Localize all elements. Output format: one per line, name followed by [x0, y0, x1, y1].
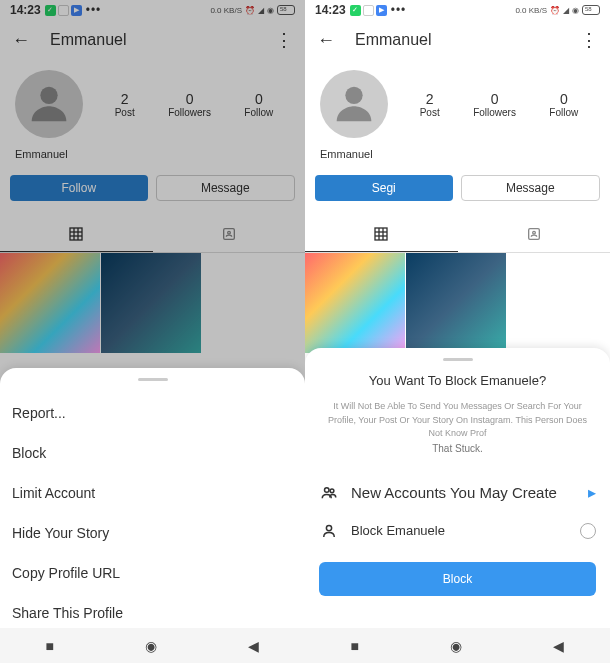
- person-icon: [319, 522, 339, 540]
- notification-dots: •••: [391, 3, 407, 17]
- alarm-icon: ⏰: [245, 6, 255, 15]
- header: ← Emmanuel ⋮: [305, 20, 610, 60]
- post-thumb[interactable]: [101, 253, 201, 353]
- status-bar: 14:23 ✓ M ▶ ••• 0.0 KB/S ⏰ ◢ ◉: [305, 0, 610, 20]
- wifi-icon: ◉: [267, 6, 274, 15]
- svg-point-7: [227, 231, 230, 234]
- gmail-icon: M: [58, 5, 69, 16]
- whatsapp-icon: ✓: [350, 5, 361, 16]
- nav-bar: ■ ◉ ◀: [305, 628, 610, 663]
- svg-point-17: [330, 488, 334, 492]
- menu-dots-icon[interactable]: ⋮: [275, 29, 293, 51]
- nav-home-icon[interactable]: ◉: [145, 638, 157, 654]
- menu-report[interactable]: Report...: [12, 393, 293, 433]
- stat-posts[interactable]: 2 Post: [420, 91, 440, 118]
- whatsapp-icon: ✓: [45, 5, 56, 16]
- svg-point-18: [326, 525, 331, 530]
- svg-point-15: [532, 231, 535, 234]
- chevron-right-icon: ▸: [588, 483, 596, 502]
- block-option-new-accounts[interactable]: New Accounts You May Create ▸: [319, 474, 596, 512]
- block-title: You Want To Block Emanuele?: [319, 373, 596, 388]
- tab-tagged[interactable]: [458, 216, 611, 252]
- block-description: It Will Not Be Able To Send You Messages…: [319, 400, 596, 456]
- header: ← Emmanuel ⋮: [0, 20, 305, 60]
- sheet-handle[interactable]: [138, 378, 168, 381]
- nav-back-icon[interactable]: ◀: [248, 638, 259, 654]
- tab-grid[interactable]: [305, 216, 458, 252]
- block-option-block-user[interactable]: Block Emanuele: [319, 512, 596, 550]
- username: Emmanuel: [0, 148, 305, 160]
- status-time: 14:23: [10, 3, 41, 17]
- username: Emmanuel: [305, 148, 610, 160]
- people-icon: [319, 484, 339, 502]
- block-button[interactable]: Block: [319, 562, 596, 596]
- menu-dots-icon[interactable]: ⋮: [580, 29, 598, 51]
- notification-dots: •••: [86, 3, 102, 17]
- status-time: 14:23: [315, 3, 346, 17]
- data-rate: 0.0 KB/S: [515, 6, 547, 15]
- svg-rect-1: [70, 228, 82, 240]
- back-arrow-icon[interactable]: ←: [317, 30, 335, 51]
- menu-share[interactable]: Share This Profile: [12, 593, 293, 633]
- stat-following[interactable]: 0 Follow: [244, 91, 273, 118]
- data-rate: 0.0 KB/S: [210, 6, 242, 15]
- page-title: Emmanuel: [355, 31, 560, 49]
- radio-button[interactable]: [580, 523, 596, 539]
- tab-tagged[interactable]: [153, 216, 306, 252]
- follow-button[interactable]: Segi: [315, 175, 453, 201]
- wifi-icon: ◉: [572, 6, 579, 15]
- person-tag-icon: [221, 226, 237, 242]
- nav-back-icon[interactable]: ◀: [553, 638, 564, 654]
- nav-recent-icon[interactable]: ■: [46, 638, 54, 654]
- playstore-icon: ▶: [376, 5, 387, 16]
- avatar[interactable]: [320, 70, 388, 138]
- post-thumb[interactable]: [0, 253, 100, 353]
- grid-icon: [373, 226, 389, 242]
- nav-recent-icon[interactable]: ■: [351, 638, 359, 654]
- avatar[interactable]: [15, 70, 83, 138]
- svg-rect-9: [375, 228, 387, 240]
- nav-home-icon[interactable]: ◉: [450, 638, 462, 654]
- signal-icon: ◢: [563, 6, 569, 15]
- signal-icon: ◢: [258, 6, 264, 15]
- menu-limit[interactable]: Limit Account: [12, 473, 293, 513]
- sheet-handle[interactable]: [443, 358, 473, 361]
- nav-bar: ■ ◉ ◀: [0, 628, 305, 663]
- post-thumb[interactable]: [305, 253, 405, 353]
- menu-block[interactable]: Block: [12, 433, 293, 473]
- message-button[interactable]: Message: [156, 175, 296, 201]
- stat-following[interactable]: 0 Follow: [549, 91, 578, 118]
- battery-icon: [277, 5, 295, 15]
- gmail-icon: M: [363, 5, 374, 16]
- post-thumb[interactable]: [406, 253, 506, 353]
- battery-icon: [582, 5, 600, 15]
- svg-point-0: [40, 87, 57, 104]
- svg-point-16: [325, 487, 330, 492]
- svg-point-8: [345, 87, 362, 104]
- block-sheet: You Want To Block Emanuele? It Will Not …: [305, 348, 610, 628]
- menu-hide[interactable]: Hide Your Story: [12, 513, 293, 553]
- tab-grid[interactable]: [0, 216, 153, 252]
- message-button[interactable]: Message: [461, 175, 601, 201]
- person-tag-icon: [526, 226, 542, 242]
- stat-followers[interactable]: 0 Followers: [168, 91, 211, 118]
- stat-posts[interactable]: 2 Post: [115, 91, 135, 118]
- options-sheet: Report... Block Limit Account Hide Your …: [0, 368, 305, 628]
- page-title: Emmanuel: [50, 31, 255, 49]
- back-arrow-icon[interactable]: ←: [12, 30, 30, 51]
- status-bar: 14:23 ✓ M ▶ ••• 0.0 KB/S ⏰ ◢ ◉: [0, 0, 305, 20]
- menu-copy[interactable]: Copy Profile URL: [12, 553, 293, 593]
- alarm-icon: ⏰: [550, 6, 560, 15]
- follow-button[interactable]: Follow: [10, 175, 148, 201]
- playstore-icon: ▶: [71, 5, 82, 16]
- grid-icon: [68, 226, 84, 242]
- stat-followers[interactable]: 0 Followers: [473, 91, 516, 118]
